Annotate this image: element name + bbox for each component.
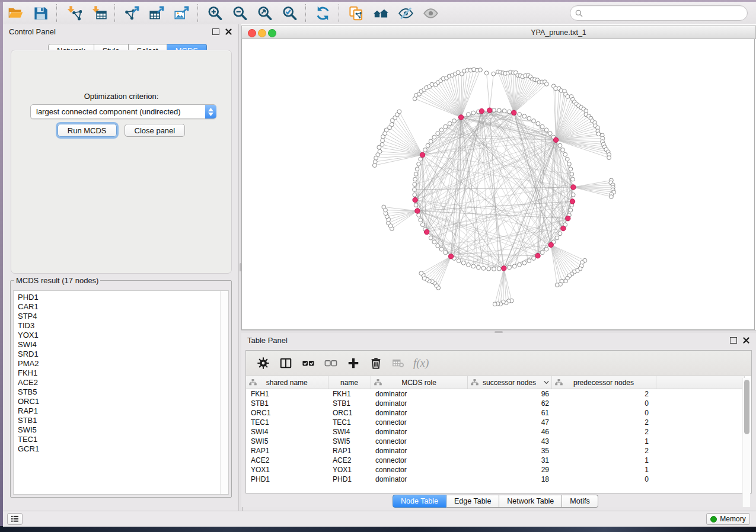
toolbar-separator (305, 4, 307, 22)
save-icon (33, 5, 49, 21)
memory-button[interactable]: Memory (706, 513, 750, 525)
table-row[interactable]: YOX1YOX1connector291 (246, 465, 744, 475)
node-table-grid[interactable]: shared namenameMCDS rolesuccessor nodesp… (246, 376, 751, 493)
import-table-button[interactable] (87, 4, 110, 23)
table-row[interactable]: SWI5SWI5connector431 (246, 437, 744, 446)
mcds-result-item[interactable]: FKH1 (18, 368, 220, 378)
uncheck-all-icon (324, 357, 337, 370)
mcds-tab-content: Optimization criterion: largest connecte… (11, 50, 232, 274)
column-header-name[interactable]: name (328, 376, 371, 389)
network-window-titlebar[interactable]: YPA_prune.txt_1 (241, 25, 756, 39)
mcds-result-item[interactable]: TID3 (18, 321, 220, 331)
close-window-icon[interactable] (248, 29, 256, 37)
optimization-criterion-select[interactable]: largest connected component (undirected) (30, 104, 216, 119)
zoom-in-button[interactable] (203, 4, 227, 23)
export-network-button[interactable] (120, 4, 143, 23)
minimize-window-icon[interactable] (258, 29, 266, 37)
table-settings-button[interactable] (252, 353, 275, 373)
tab-edge-table[interactable]: Edge Table (446, 495, 499, 508)
mcds-result-item[interactable]: CAR1 (18, 302, 220, 312)
zoom-fit-icon (257, 5, 273, 21)
mcds-result-item[interactable]: STB1 (18, 416, 220, 425)
mcds-result-item[interactable]: GCR1 (18, 444, 220, 454)
select-all-button[interactable] (297, 353, 320, 373)
export-image-button[interactable] (170, 4, 193, 23)
function-builder-icon: f(x) (413, 357, 429, 370)
table-row[interactable]: TEC1TEC1connector472 (246, 418, 744, 427)
close-table-panel-icon[interactable] (742, 336, 750, 344)
export-network-icon (124, 5, 140, 21)
hide-selected-button[interactable] (394, 4, 417, 23)
mcds-result-item[interactable]: RAP1 (18, 406, 220, 416)
close-panel-icon[interactable] (225, 28, 232, 36)
first-neighbors-button[interactable] (369, 4, 393, 23)
mcds-result-item[interactable]: SWI5 (18, 425, 220, 435)
column-header-shared-name[interactable]: shared name (246, 376, 328, 389)
save-session-button[interactable] (28, 4, 52, 23)
open-file-button[interactable] (4, 4, 27, 23)
search-box[interactable] (570, 5, 748, 21)
result-list-scrollbar[interactable] (220, 291, 228, 494)
mcds-result-item[interactable]: PMA2 (18, 359, 220, 368)
maximize-window-icon[interactable] (268, 29, 276, 37)
zoom-selected-button[interactable] (277, 4, 301, 23)
mcds-result-list[interactable]: PHD1CAR1STP4TID3YOX1SWI4SRD1PMA2FKH1ACE2… (14, 291, 220, 494)
zoom-out-button[interactable] (228, 4, 251, 23)
delete-table-button (387, 353, 410, 373)
tab-network-table[interactable]: Network Table (499, 495, 562, 508)
column-header-MCDS-role[interactable]: MCDS role (371, 376, 467, 389)
mcds-result-item[interactable]: ACE2 (18, 378, 220, 387)
table-row[interactable]: FKH1FKH1dominator962 (246, 389, 744, 399)
eye-icon (423, 5, 439, 21)
deselect-all-button[interactable] (320, 353, 342, 373)
table-row[interactable]: ACE2ACE2connector311 (246, 456, 744, 465)
table-row[interactable]: RAP1RAP1dominator352 (246, 446, 744, 456)
dropdown-arrows-icon (205, 105, 216, 118)
column-header-successor-nodes[interactable]: successor nodes (467, 376, 551, 389)
table-toolbar: f(x) (246, 351, 751, 376)
show-columns-button[interactable] (275, 353, 297, 373)
float-panel-icon[interactable] (212, 28, 219, 36)
tab-motifs[interactable]: Motifs (562, 495, 598, 508)
column-header-filler (656, 376, 744, 389)
refresh-icon (315, 5, 331, 21)
gear-icon (257, 357, 270, 370)
table-row[interactable]: SWI4SWI4dominator462 (246, 427, 744, 437)
mcds-result-item[interactable]: STP4 (18, 312, 220, 321)
float-table-panel-icon[interactable] (729, 336, 737, 344)
table-row[interactable]: ORC1ORC1dominator610 (246, 408, 744, 418)
mcds-result-item[interactable]: TEC1 (18, 435, 220, 444)
search-input[interactable] (586, 8, 742, 18)
network-graph[interactable] (242, 39, 754, 329)
tab-node-table[interactable]: Node Table (393, 495, 446, 508)
mcds-result-item[interactable]: ORC1 (18, 397, 220, 406)
trash-icon (369, 357, 382, 370)
refresh-layout-button[interactable] (311, 4, 334, 23)
column-header-predecessor-nodes[interactable]: predecessor nodes (551, 376, 656, 389)
check-all-icon (302, 357, 315, 370)
table-scrollbar[interactable] (742, 378, 750, 507)
close-panel-button[interactable]: Close panel (125, 124, 186, 137)
mcds-result-item[interactable]: YOX1 (18, 331, 220, 340)
table-row[interactable]: STB1STB1dominator620 (246, 399, 744, 408)
table-delete-icon (392, 357, 405, 370)
mcds-result-item[interactable]: SWI4 (18, 340, 220, 350)
add-column-button[interactable] (342, 353, 365, 373)
mcds-result-item[interactable]: SRD1 (18, 350, 220, 359)
show-all-button[interactable] (419, 4, 442, 23)
memory-status-icon (710, 516, 717, 523)
toolbar-separator (114, 4, 116, 22)
panel-menu-button[interactable] (7, 513, 23, 525)
mcds-result-item[interactable]: PHD1 (18, 293, 220, 302)
run-mcds-button[interactable]: Run MCDS (58, 124, 117, 137)
mcds-result-item[interactable]: STB5 (18, 387, 220, 397)
import-network-button[interactable] (62, 4, 85, 23)
delete-column-button[interactable] (365, 353, 387, 373)
network-canvas[interactable] (241, 39, 755, 330)
table-row[interactable]: PHD1PHD1dominator180 (246, 475, 744, 484)
table-scrollbar-thumb[interactable] (744, 380, 749, 434)
duplicate-network-button[interactable] (344, 4, 368, 23)
mcds-result-group: MCDS result (17 nodes) PHD1CAR1STP4TID3Y… (10, 276, 232, 498)
export-table-button[interactable] (145, 4, 168, 23)
zoom-fit-button[interactable] (253, 4, 276, 23)
